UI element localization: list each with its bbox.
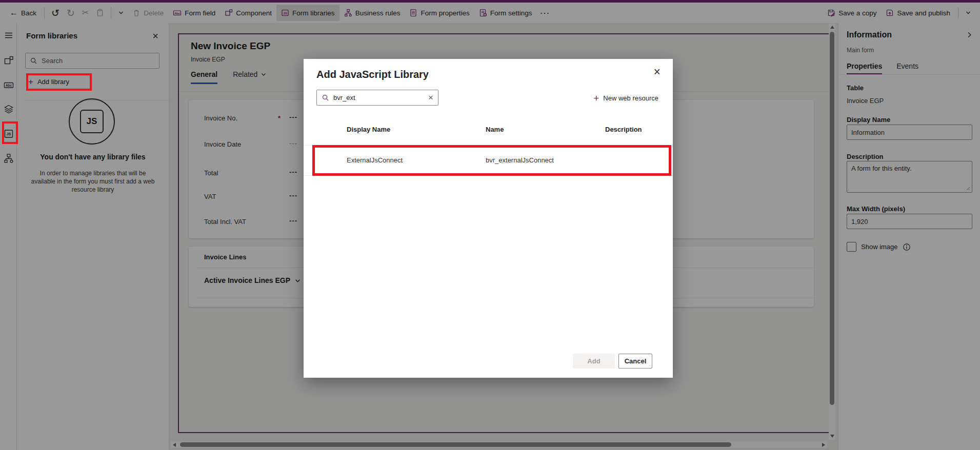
library-search-box[interactable]: bvr_ext × [316, 90, 438, 106]
cell-name: bvr_externalJsConnect [486, 156, 554, 164]
column-name: Name [486, 126, 504, 133]
close-icon: × [654, 65, 661, 78]
form-designer-app: ← Back ↺ ↻ ✂ Delete [0, 0, 980, 450]
new-web-resource-button[interactable]: + New web resource [593, 93, 658, 103]
cell-display-name: ExternalJsConnect [347, 156, 403, 164]
dialog-title: Add JavaScript Library [316, 69, 429, 80]
search-icon [322, 94, 329, 101]
add-javascript-library-dialog: Add JavaScript Library × bvr_ext × + New… [304, 59, 673, 378]
add-button[interactable]: Add [573, 354, 615, 369]
resource-table-row[interactable]: ExternalJsConnect bvr_externalJsConnect [304, 145, 673, 176]
column-description: Description [605, 126, 642, 133]
column-display-name: Display Name [347, 126, 390, 133]
plus-icon: + [593, 93, 599, 103]
resource-table-header: Display Name Name Description [304, 126, 673, 145]
clear-search-icon[interactable]: × [428, 93, 433, 103]
new-web-resource-label: New web resource [603, 94, 658, 102]
search-value: bvr_ext [333, 94, 355, 101]
cancel-button[interactable]: Cancel [618, 354, 652, 369]
dialog-close-button[interactable]: × [650, 64, 665, 80]
